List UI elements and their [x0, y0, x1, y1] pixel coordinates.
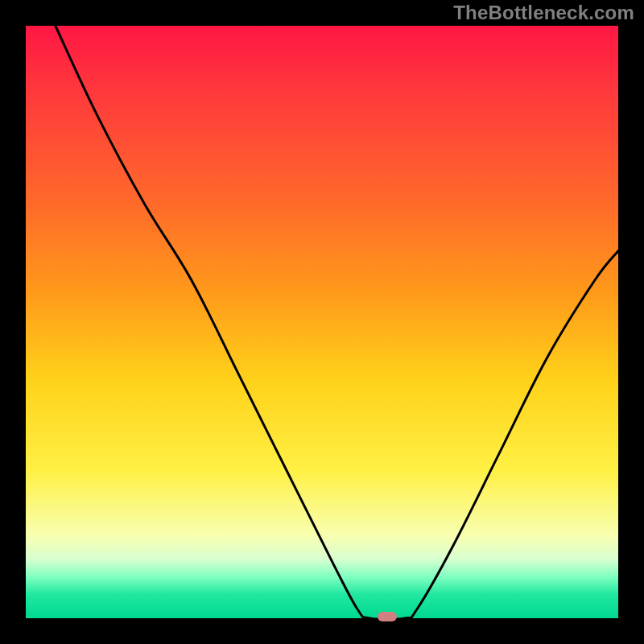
watermark-text: TheBottleneck.com: [453, 2, 634, 24]
chart-svg: [0, 0, 644, 644]
optimal-marker: [378, 612, 397, 621]
plot-background: [26, 26, 618, 618]
bottleneck-chart: TheBottleneck.com: [0, 0, 644, 644]
